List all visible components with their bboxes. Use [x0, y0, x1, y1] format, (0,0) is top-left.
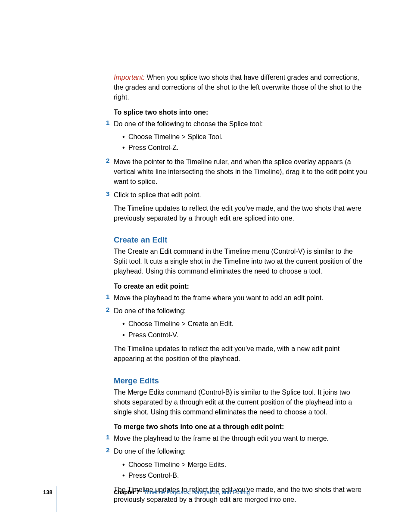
create-edit-step-1: 1 Move the playhead to the frame where y… — [114, 293, 368, 303]
splice-step-1: 1 Do one of the following to choose the … — [114, 119, 368, 153]
step-text: Move the playhead to the frame where you… — [114, 293, 368, 303]
splice-followup: The Timeline updates to reflect the edit… — [114, 203, 368, 223]
bullet-item: Choose Timeline > Merge Edits. — [122, 459, 368, 470]
create-edit-intro: The Create an Edit command in the Timeli… — [114, 246, 368, 277]
page-number: 138 — [43, 489, 53, 495]
bullet-item: Press Control-B. — [122, 470, 368, 481]
step-number: 2 — [106, 306, 109, 313]
merge-edits-step2-bullets: Choose Timeline > Merge Edits. Press Con… — [122, 459, 368, 481]
create-edit-step2-bullets: Choose Timeline > Create an Edit. Press … — [122, 318, 368, 340]
important-label: Important: — [114, 74, 145, 81]
chapter-label: Chapter 7 — [114, 489, 140, 495]
merge-edits-step-1: 1 Move the playhead to the frame at the … — [114, 433, 368, 443]
chapter-title: Timeline Playback, Navigation, and Editi… — [144, 489, 250, 495]
create-edit-task-title: To create an edit point: — [114, 283, 368, 290]
important-text: When you splice two shots that have diff… — [114, 74, 361, 101]
footer-divider — [56, 486, 56, 512]
bullet-item: Choose Timeline > Create an Edit. — [122, 318, 368, 330]
create-edit-heading: Create an Edit — [114, 235, 368, 245]
step-text: Do one of the following: — [114, 306, 368, 316]
step-text: Do one of the following: — [114, 446, 368, 456]
step-number: 2 — [106, 446, 109, 454]
step-text: Click to splice that edit point. — [114, 190, 368, 200]
page-footer: 138 Chapter 7 Timeline Playback, Navigat… — [0, 489, 411, 515]
step-number: 1 — [106, 433, 109, 441]
step-text: Move the pointer to the Timeline ruler, … — [114, 157, 368, 187]
merge-edits-intro: The Merge Edits command (Control-B) is s… — [114, 387, 368, 417]
splice-step1-bullets: Choose Timeline > Splice Tool. Press Con… — [122, 131, 368, 153]
create-edit-step-2: 2 Do one of the following: Choose Timeli… — [114, 306, 368, 364]
step-text: Do one of the following to choose the Sp… — [114, 119, 368, 129]
bullet-item: Press Control-V. — [122, 330, 368, 341]
important-note: Important: When you splice two shots tha… — [114, 72, 368, 103]
create-edit-followup: The Timeline updates to reflect the edit… — [114, 344, 368, 364]
bullet-item: Choose Timeline > Splice Tool. — [122, 131, 368, 143]
step-number: 3 — [106, 190, 109, 197]
splice-task-title: To splice two shots into one: — [114, 109, 368, 116]
step-number: 2 — [106, 157, 109, 164]
splice-step-3: 3 Click to splice that edit point. The T… — [114, 190, 368, 224]
merge-edits-heading: Merge Edits — [114, 376, 368, 386]
step-number: 1 — [106, 119, 109, 126]
step-number: 1 — [106, 293, 109, 300]
bullet-item: Press Control-Z. — [122, 142, 368, 153]
step-text: Move the playhead to the frame at the th… — [114, 433, 368, 443]
merge-edits-task-title: To merge two shots into one at a through… — [114, 423, 368, 431]
splice-step-2: 2 Move the pointer to the Timeline ruler… — [114, 157, 368, 187]
